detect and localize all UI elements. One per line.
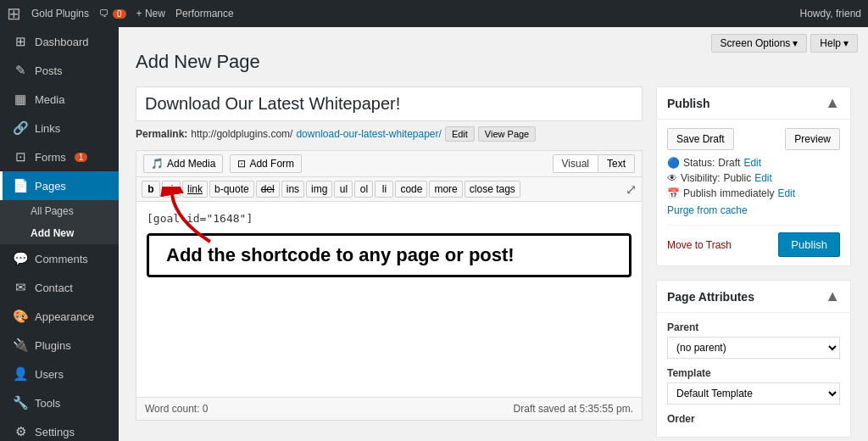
media-icon: ▦ — [13, 92, 28, 107]
post-title-input[interactable] — [136, 87, 643, 121]
status-edit-link[interactable]: Edit — [743, 157, 761, 169]
site-name[interactable]: Gold Plugins — [31, 8, 89, 20]
sidebar-item-contact[interactable]: ✉ Contact — [0, 273, 119, 302]
del-button[interactable]: del — [256, 181, 280, 198]
notif-count: 0 — [113, 9, 126, 19]
top-right-buttons: Screen Options ▾ Help ▾ — [711, 34, 858, 53]
sidebar-item-label: Pages — [35, 180, 66, 193]
wp-logo[interactable]: ⊞ — [7, 3, 21, 24]
add-form-button[interactable]: ⊡ Add Form — [230, 154, 302, 173]
screen-options-button[interactable]: Screen Options ▾ — [711, 34, 808, 53]
form-icon: ⊡ — [237, 158, 246, 170]
sidebar-item-media[interactable]: ▦ Media — [0, 85, 119, 114]
view-mode-buttons: Visual Text — [553, 154, 635, 173]
sidebar-item-plugins[interactable]: 🔌 Plugins — [0, 331, 119, 360]
ul-button[interactable]: ul — [334, 181, 353, 198]
permalink-slug[interactable]: download-our-latest-whitepaper/ — [296, 128, 441, 140]
comments-icon: 💬 — [13, 251, 28, 266]
publish-draft-row: Save Draft Preview — [667, 128, 840, 150]
editor-content[interactable]: [goal id="1648"] — [136, 202, 642, 397]
sidebar-item-tools[interactable]: 🔧 Tools — [0, 388, 119, 417]
publish-panel: Publish ▲ Save Draft Preview 🔵 Status: D… — [656, 87, 851, 266]
publish-button[interactable]: Publish — [778, 232, 840, 257]
publish-panel-toggle[interactable]: ▲ — [825, 94, 840, 112]
li-button[interactable]: li — [375, 181, 393, 198]
help-button[interactable]: Help ▾ — [810, 34, 858, 53]
code-button[interactable]: code — [395, 181, 427, 198]
close-tags-button[interactable]: close tags — [465, 181, 520, 198]
add-media-button[interactable]: 🎵 Add Media — [143, 154, 223, 173]
sidebar-item-pages[interactable]: 📄 Pages — [0, 171, 119, 200]
publish-time-edit-link[interactable]: Edit — [777, 187, 795, 199]
visibility-label: Visibility: — [681, 172, 720, 184]
editor-wrap: 🎵 Add Media ⊡ Add Form Visual Text — [136, 150, 643, 421]
bold-button[interactable]: b — [142, 181, 160, 198]
screen-options-label: Screen Options — [721, 37, 791, 49]
editor-column: Permalink: http://goldplugins.com/downlo… — [136, 87, 643, 441]
right-sidebar: Publish ▲ Save Draft Preview 🔵 Status: D… — [656, 87, 851, 441]
template-label: Template — [667, 367, 840, 379]
sidebar-item-posts[interactable]: ✎ Posts — [0, 56, 119, 85]
add-media-label: Add Media — [167, 158, 215, 170]
permalink-edit-button[interactable]: Edit — [445, 126, 475, 142]
purge-cache-link[interactable]: Purge from cache — [667, 204, 840, 216]
sidebar: ⊞ Dashboard ✎ Posts ▦ Media 🔗 Links ⊡ Fo… — [0, 27, 119, 441]
performance-btn[interactable]: Performance — [175, 8, 234, 20]
sidebar-item-label: Posts — [35, 64, 63, 77]
word-count-value: 0 — [203, 403, 209, 415]
posts-icon: ✎ — [13, 63, 28, 78]
more-button[interactable]: more — [429, 181, 462, 198]
preview-button[interactable]: Preview — [785, 128, 840, 150]
draft-saved-status: Draft saved at 5:35:55 pm. — [514, 403, 633, 415]
calendar-icon: 📅 — [667, 187, 680, 199]
editor-top-toolbar: 🎵 Add Media ⊡ Add Form Visual Text — [136, 151, 642, 177]
appearance-icon: 🎨 — [13, 309, 28, 324]
sidebar-item-comments[interactable]: 💬 Comments — [0, 244, 119, 273]
sidebar-item-label: Users — [35, 368, 64, 381]
permalink-row: Permalink: http://goldplugins.com/downlo… — [136, 126, 643, 142]
page-attributes-title: Page Attributes — [667, 290, 754, 304]
help-label: Help — [820, 37, 841, 49]
sidebar-item-label: Dashboard — [35, 36, 89, 48]
save-draft-button[interactable]: Save Draft — [667, 128, 734, 150]
publish-time: immediately — [720, 187, 774, 199]
chevron-down-icon: ▾ — [793, 37, 798, 49]
notif-icon[interactable]: 🗨 0 — [99, 8, 126, 20]
admin-bar: ⊞ Gold Plugins 🗨 0 + New Performance How… — [0, 0, 868, 27]
new-item-btn[interactable]: + New — [136, 8, 165, 20]
sidebar-item-users[interactable]: 👤 Users — [0, 360, 119, 388]
img-button[interactable]: img — [306, 181, 332, 198]
contact-icon: ✉ — [13, 280, 28, 295]
permalink-label: Permalink: — [136, 128, 187, 140]
sidebar-item-settings[interactable]: ⚙ Settings — [0, 417, 119, 441]
sidebar-item-forms[interactable]: ⊡ Forms 1 — [0, 142, 119, 171]
media-icon: 🎵 — [151, 158, 164, 170]
sidebar-sub-all-pages[interactable]: All Pages — [0, 200, 119, 222]
sidebar-item-links[interactable]: 🔗 Links — [0, 114, 119, 142]
visual-mode-button[interactable]: Visual — [553, 154, 598, 173]
status-row: 🔵 Status: Draft Edit — [667, 157, 840, 169]
links-icon: 🔗 — [13, 120, 28, 136]
annotation-text: Add the shortcode to any page or post! — [166, 244, 515, 265]
template-select[interactable]: Default Template — [667, 382, 840, 405]
content-grid: Permalink: http://goldplugins.com/downlo… — [136, 87, 851, 441]
sidebar-item-appearance[interactable]: 🎨 Appearance — [0, 302, 119, 331]
view-page-button[interactable]: View Page — [478, 126, 536, 142]
publish-panel-header: Publish ▲ — [657, 87, 850, 120]
sidebar-item-label: Comments — [35, 253, 88, 265]
expand-editor-icon[interactable]: ⤢ — [626, 181, 637, 198]
page-attributes-toggle[interactable]: ▲ — [825, 287, 840, 305]
sidebar-item-dashboard[interactable]: ⊞ Dashboard — [0, 27, 119, 56]
ins-button[interactable]: ins — [281, 181, 304, 198]
publish-panel-title: Publish — [667, 97, 710, 110]
dashboard-icon: ⊞ — [13, 34, 28, 49]
move-to-trash-button[interactable]: Move to Trash — [667, 239, 732, 251]
visibility-value: Public — [723, 172, 751, 184]
sidebar-sub-add-new[interactable]: Add New — [0, 222, 119, 244]
text-mode-button[interactable]: Text — [598, 154, 635, 173]
page-attributes-panel: Page Attributes ▲ Parent (no parent) Tem… — [656, 280, 851, 438]
status-icon: 🔵 — [667, 157, 680, 169]
visibility-edit-link[interactable]: Edit — [754, 172, 772, 184]
parent-select[interactable]: (no parent) — [667, 337, 840, 359]
ol-button[interactable]: ol — [354, 181, 373, 198]
